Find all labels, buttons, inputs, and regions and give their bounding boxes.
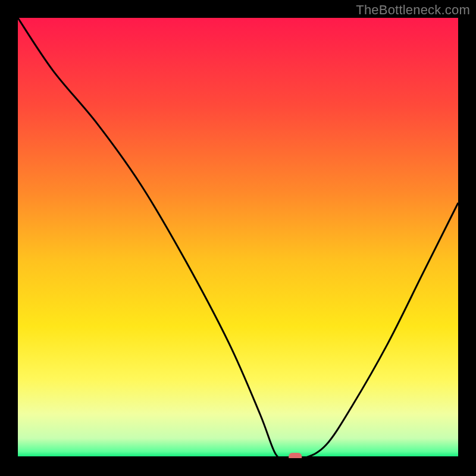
optimal-point-marker — [289, 453, 302, 458]
bottleneck-chart — [18, 18, 458, 458]
app-frame: TheBottleneck.com — [0, 0, 476, 476]
chart-background-gradient — [18, 18, 458, 458]
watermark-text: TheBottleneck.com — [356, 2, 470, 18]
chart-svg — [18, 18, 458, 458]
